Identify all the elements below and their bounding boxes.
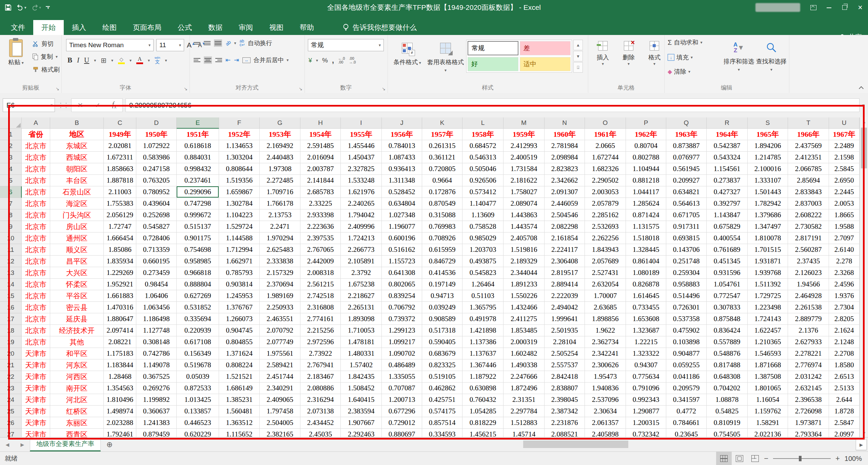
cell-P11[interactable]: 1.328445: [626, 244, 666, 256]
cell-T4[interactable]: 2.066785: [788, 163, 829, 175]
cell-J12[interactable]: 1.155723: [382, 256, 422, 267]
decrease-decimal-icon[interactable]: .00→.0: [349, 57, 356, 64]
cell-B12[interactable]: 昌平区: [50, 256, 104, 267]
cell-F27[interactable]: 1.115652: [219, 429, 260, 437]
cell-B26[interactable]: 东丽区: [50, 417, 104, 429]
cell-R4[interactable]: 1.154561: [707, 163, 748, 175]
customize-qat-button[interactable]: ▾: [46, 6, 50, 9]
cell-O16[interactable]: 2.63685: [585, 302, 626, 313]
formula-bar-splitter[interactable]: ⋮⋮: [58, 101, 68, 109]
cell-A12[interactable]: 北京市: [22, 256, 50, 267]
cell-G2[interactable]: 2.169492: [260, 140, 300, 152]
select-all-corner[interactable]: [0, 117, 22, 129]
cell-R23[interactable]: 0.704202: [707, 383, 748, 394]
cell-M10[interactable]: 2.405708: [504, 232, 545, 244]
tab-帮助[interactable]: 帮助: [292, 20, 322, 35]
cell-D15[interactable]: 1.06406: [136, 290, 177, 302]
cell-H21[interactable]: 2.767941: [300, 359, 341, 371]
cell-R1[interactable]: 1964年: [707, 129, 748, 140]
column-header-F[interactable]: F: [219, 117, 260, 129]
column-header-T[interactable]: T: [788, 117, 829, 129]
cell-C23[interactable]: 1.354563: [104, 383, 136, 394]
cell-O9[interactable]: 2.532693: [585, 221, 626, 232]
cell-T3[interactable]: 2.412351: [788, 152, 829, 163]
cell-D5[interactable]: 0.763205: [136, 175, 177, 186]
cell-U9[interactable]: 1.9588: [829, 221, 860, 232]
cell-K19[interactable]: 0.590405: [422, 336, 462, 348]
cell-I14[interactable]: 1.675238: [341, 279, 382, 290]
cell-G15[interactable]: 1.989169: [260, 290, 300, 302]
cell-M17[interactable]: 2.411275: [504, 313, 545, 325]
cell-C12[interactable]: 1.835934: [104, 256, 136, 267]
column-header-O[interactable]: O: [585, 117, 626, 129]
cell-S26[interactable]: 1.58291: [748, 417, 788, 429]
scroll-down-icon[interactable]: ▼: [860, 429, 868, 437]
cell-Q7[interactable]: 0.564613: [666, 198, 707, 209]
cell-A19[interactable]: 北京市: [22, 336, 50, 348]
row-header-13[interactable]: 13: [0, 267, 22, 279]
cell-C8[interactable]: 2.056129: [104, 209, 136, 221]
cell-H2[interactable]: 2.591485: [300, 140, 341, 152]
cell-J24[interactable]: 1.200713: [382, 394, 422, 406]
cell-E25[interactable]: 0.133857: [177, 406, 219, 417]
cell-S3[interactable]: 1.214785: [748, 152, 788, 163]
cell-T2[interactable]: 2.437569: [788, 140, 829, 152]
cell-J19[interactable]: 1.099217: [382, 336, 422, 348]
minimize-button[interactable]: [821, 0, 837, 15]
cell-N1[interactable]: 1960年: [545, 129, 585, 140]
cell-R24[interactable]: 1.08878: [707, 394, 748, 406]
row-header-26[interactable]: 26: [0, 417, 22, 429]
cell-D8[interactable]: 0.252698: [136, 209, 177, 221]
cell-Q4[interactable]: 0.561945: [666, 163, 707, 175]
cell-D2[interactable]: 1.072922: [136, 140, 177, 152]
cell-D3[interactable]: 0.583986: [136, 152, 177, 163]
cell-M4[interactable]: 1.731584: [504, 163, 545, 175]
cell-F26[interactable]: 1.363512: [219, 417, 260, 429]
close-button[interactable]: ×: [852, 0, 868, 15]
cell-I2[interactable]: 1.455446: [341, 140, 382, 152]
cell-C25[interactable]: 1.498974: [104, 406, 136, 417]
cell-T1[interactable]: 1966年: [788, 129, 829, 140]
cell-S19[interactable]: 1.210365: [748, 336, 788, 348]
cell-B19[interactable]: 其他: [50, 336, 104, 348]
cell-U1[interactable]: 1967年: [829, 129, 860, 140]
cell-U14[interactable]: 2.4596: [829, 279, 860, 290]
column-header-M[interactable]: M: [504, 117, 545, 129]
cell-Q23[interactable]: 0.209579: [666, 383, 707, 394]
user-account-blurred[interactable]: [755, 3, 800, 12]
cell-G18[interactable]: 2.070792: [260, 325, 300, 336]
cell-H13[interactable]: 2.008318: [300, 267, 341, 279]
cell-O23[interactable]: 1.940836: [585, 383, 626, 394]
cell-D7[interactable]: 0.439604: [136, 198, 177, 209]
cell-J27[interactable]: 0.880697: [382, 429, 422, 437]
cell-U12[interactable]: 2.278: [829, 256, 860, 267]
cell-G1[interactable]: 1953年: [260, 129, 300, 140]
cell-Q19[interactable]: 0.103898: [666, 336, 707, 348]
cell-K2[interactable]: 0.261315: [422, 140, 462, 152]
cell-L8[interactable]: 1.13609: [462, 209, 504, 221]
cell-R26[interactable]: 0.810919: [707, 417, 748, 429]
enter-icon[interactable]: ✓: [95, 101, 101, 109]
cell-K25[interactable]: 0.574175: [422, 406, 462, 417]
normal-view-button[interactable]: [716, 452, 732, 465]
row-header-8[interactable]: 8: [0, 209, 22, 221]
cell-A6[interactable]: 北京市: [22, 186, 50, 198]
cell-Q25[interactable]: 0.4772: [666, 406, 707, 417]
cell-U10[interactable]: 2.7097: [829, 232, 860, 244]
cell-M2[interactable]: 2.412993: [504, 140, 545, 152]
cell-H3[interactable]: 2.016094: [300, 152, 341, 163]
comma-style-icon[interactable]: ,: [332, 56, 334, 65]
cell-C2[interactable]: 2.02081: [104, 140, 136, 152]
cell-C15[interactable]: 1.661883: [104, 290, 136, 302]
cell-F17[interactable]: 1.266073: [219, 313, 260, 325]
phonetic-guide-button[interactable]: wén文: [155, 56, 160, 64]
cell-M23[interactable]: 1.872496: [504, 383, 545, 394]
cell-I16[interactable]: 2.265131: [341, 302, 382, 313]
paste-button[interactable]: 粘贴 ▾: [1, 38, 31, 66]
column-header-R[interactable]: R: [707, 117, 748, 129]
cell-F18[interactable]: 0.904745: [219, 325, 260, 336]
cell-I22[interactable]: 1.842435: [341, 371, 382, 383]
cell-Q16[interactable]: 0.726301: [666, 302, 707, 313]
cell-R11[interactable]: 0.761689: [707, 244, 748, 256]
cell-K22[interactable]: 0.519105: [422, 371, 462, 383]
